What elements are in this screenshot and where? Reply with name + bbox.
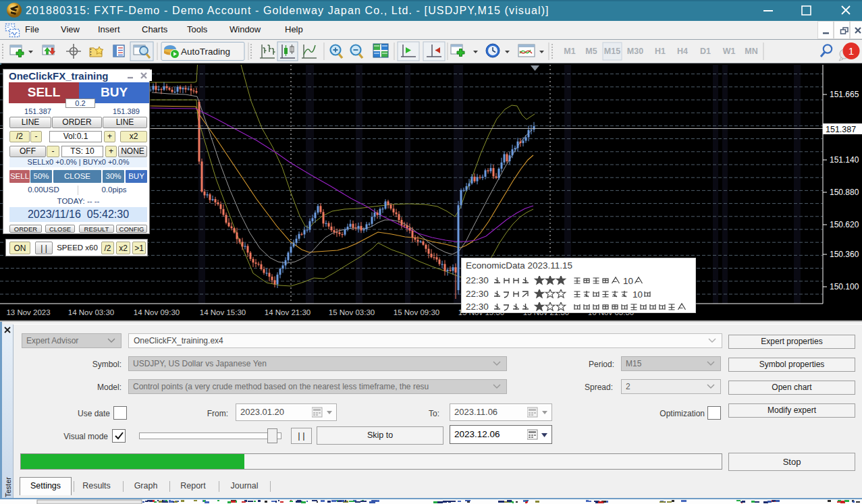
svg-text:13 Nov 2023: 13 Nov 2023 <box>6 308 50 316</box>
svg-text:15 Nov 03:30: 15 Nov 03:30 <box>329 308 375 316</box>
svg-text:D1: D1 <box>700 47 711 56</box>
svg-text:150.100: 150.100 <box>830 282 859 291</box>
svg-text:14 Nov 21:30: 14 Nov 21:30 <box>265 308 311 316</box>
svg-text:14 Nov 15:30: 14 Nov 15:30 <box>200 308 246 316</box>
svg-text:AutoTrading: AutoTrading <box>181 47 230 57</box>
svg-text:M5: M5 <box>585 47 597 56</box>
svg-text:14 Nov 03:30: 14 Nov 03:30 <box>68 308 114 316</box>
svg-text:M30: M30 <box>627 47 643 56</box>
svg-text:10: 10 <box>623 276 633 286</box>
svg-text:14 Nov 09:30: 14 Nov 09:30 <box>134 308 180 316</box>
svg-text:10: 10 <box>632 289 643 300</box>
svg-text:150.620: 150.620 <box>830 220 859 229</box>
svg-text:M15: M15 <box>604 47 620 56</box>
svg-text:H4: H4 <box>677 47 688 56</box>
svg-text:W1: W1 <box>723 47 736 56</box>
svg-text:H1: H1 <box>655 47 666 56</box>
svg-text:M1: M1 <box>564 47 575 56</box>
svg-text:15 Nov 09:30: 15 Nov 09:30 <box>394 308 439 316</box>
svg-text:151.387: 151.387 <box>826 125 856 134</box>
svg-text:150.880: 150.880 <box>830 188 859 197</box>
svg-text:1: 1 <box>848 45 854 57</box>
svg-text:151.140: 151.140 <box>830 155 859 165</box>
svg-text:151.665: 151.665 <box>830 90 859 99</box>
svg-text:150.360: 150.360 <box>830 250 859 259</box>
svg-text:MN: MN <box>745 47 757 56</box>
